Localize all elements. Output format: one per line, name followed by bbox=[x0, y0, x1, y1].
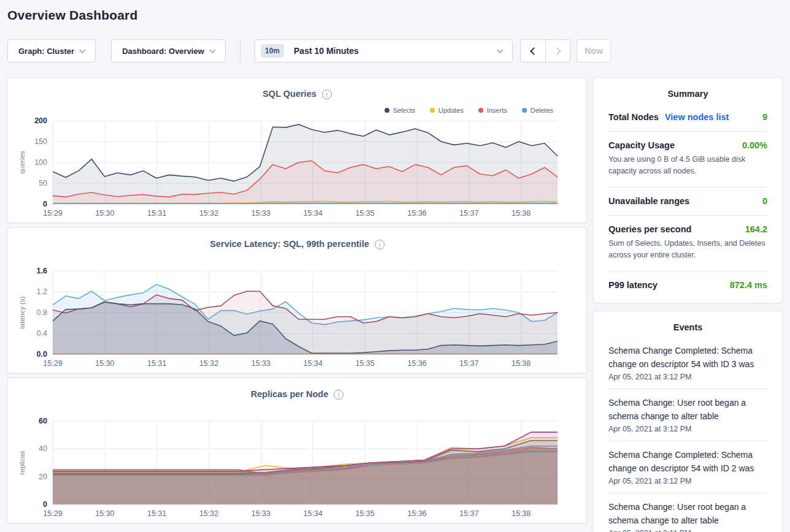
dashboard-dropdown[interactable]: Dashboard: Overview bbox=[111, 39, 226, 63]
svg-text:15:35: 15:35 bbox=[355, 209, 374, 218]
svg-text:15:36: 15:36 bbox=[407, 209, 426, 218]
event-item: Schema Change: User root began a schema … bbox=[608, 493, 767, 532]
chart-legend: Selects Updates Inserts Deletes bbox=[385, 107, 553, 114]
svg-text:0: 0 bbox=[43, 200, 47, 208]
svg-text:15:33: 15:33 bbox=[251, 359, 270, 368]
event-message: Schema Change: User root began a schema … bbox=[608, 500, 767, 527]
legend-item-selects[interactable]: Selects bbox=[385, 107, 415, 114]
time-range-label: Past 10 Minutes bbox=[294, 46, 498, 56]
svg-text:latency (s): latency (s) bbox=[18, 296, 26, 329]
chevron-down-icon bbox=[80, 47, 86, 53]
legend-item-inserts[interactable]: Inserts bbox=[478, 107, 507, 114]
time-nav-group bbox=[520, 39, 570, 63]
view-nodes-list-link[interactable]: View nodes list bbox=[665, 112, 729, 122]
dashboard-dropdown-label: Dashboard: Overview bbox=[122, 47, 204, 56]
stat-row: P99 latency 872.4 ms bbox=[608, 280, 767, 290]
svg-text:20: 20 bbox=[39, 473, 47, 481]
chart-title: SQL Queries bbox=[263, 89, 316, 99]
time-forward-button[interactable] bbox=[545, 40, 570, 62]
svg-text:15:29: 15:29 bbox=[43, 209, 62, 218]
stat-label: Unavailable ranges bbox=[608, 196, 689, 206]
replicas-per-node-chart[interactable]: 020406015:2915:3015:3115:3215:3315:3415:… bbox=[11, 416, 583, 520]
legend-item-updates[interactable]: Updates bbox=[430, 107, 464, 114]
svg-text:15:38: 15:38 bbox=[512, 359, 531, 368]
info-icon[interactable]: i bbox=[375, 240, 385, 249]
svg-text:15:34: 15:34 bbox=[304, 359, 323, 368]
graph-dropdown-label: Graph: Cluster bbox=[18, 47, 74, 56]
svg-text:1.2: 1.2 bbox=[37, 287, 47, 296]
chart-title-row: SQL Queriesi bbox=[8, 88, 586, 99]
stat-value: 164.2 bbox=[745, 224, 767, 234]
queries-per-second-section: Queries per second 164.2 Sum of Selects,… bbox=[608, 216, 767, 272]
svg-text:15:37: 15:37 bbox=[459, 359, 478, 368]
legend-label: Selects bbox=[393, 107, 415, 114]
stat-row: Unavailable ranges 0 bbox=[608, 196, 767, 206]
svg-text:0: 0 bbox=[43, 500, 47, 509]
legend-label: Deletes bbox=[531, 107, 553, 114]
svg-text:40: 40 bbox=[39, 444, 47, 453]
svg-text:15:31: 15:31 bbox=[147, 509, 166, 518]
legend-item-deletes[interactable]: Deletes bbox=[522, 107, 553, 114]
svg-text:15:32: 15:32 bbox=[199, 209, 218, 218]
legend-label: Updates bbox=[439, 107, 464, 114]
svg-text:200: 200 bbox=[34, 116, 47, 125]
info-icon[interactable]: i bbox=[334, 390, 343, 400]
service-latency-panel: Service Latency: SQL, 99th percentilei 0… bbox=[7, 227, 587, 373]
stat-label: P99 latency bbox=[608, 280, 658, 290]
stat-description: Sum of Selects, Updates, Inserts, and De… bbox=[608, 238, 767, 262]
svg-text:15:37: 15:37 bbox=[459, 509, 478, 518]
total-nodes-section: Total Nodes View nodes list 9 bbox=[608, 104, 767, 132]
event-timestamp: Apr 05, 2021 at 3:11 PM bbox=[608, 529, 767, 532]
svg-text:15:34: 15:34 bbox=[304, 509, 323, 518]
event-item: Schema Change Completed: Schema change o… bbox=[608, 441, 767, 493]
sql-queries-chart[interactable]: 05010015020015:2915:3015:3115:3215:3315:… bbox=[11, 116, 583, 220]
time-back-button[interactable] bbox=[521, 40, 545, 62]
legend-dot bbox=[430, 108, 435, 113]
svg-text:15:31: 15:31 bbox=[147, 209, 166, 218]
svg-text:15:33: 15:33 bbox=[251, 509, 270, 518]
chevron-left-icon bbox=[530, 47, 538, 55]
svg-text:15:30: 15:30 bbox=[95, 209, 114, 218]
events-panel: Events Schema Change Completed: Schema c… bbox=[593, 311, 783, 532]
stat-label: Capacity Usage bbox=[608, 140, 675, 150]
chart-title-row: Service Latency: SQL, 99th percentilei bbox=[8, 238, 586, 249]
svg-text:1.6: 1.6 bbox=[37, 267, 47, 275]
main-content: SQL Queriesi Selects Updates Inserts Del… bbox=[0, 77, 790, 532]
svg-text:15:35: 15:35 bbox=[355, 359, 374, 368]
event-message: Schema Change: User root began a schema … bbox=[608, 396, 767, 423]
charts-column: SQL Queriesi Selects Updates Inserts Del… bbox=[7, 77, 587, 528]
svg-text:0.0: 0.0 bbox=[37, 350, 47, 359]
toolbar: Graph: Cluster Dashboard: Overview 10m P… bbox=[0, 39, 790, 63]
time-range-badge: 10m bbox=[261, 44, 284, 58]
chart-title: Replicas per Node bbox=[251, 389, 329, 399]
svg-text:15:32: 15:32 bbox=[199, 509, 218, 518]
svg-text:0.8: 0.8 bbox=[37, 308, 47, 317]
svg-text:replicas: replicas bbox=[18, 450, 26, 475]
graph-dropdown[interactable]: Graph: Cluster bbox=[7, 39, 96, 63]
page-header: Overview Dashboard bbox=[0, 0, 790, 23]
legend-dot bbox=[478, 108, 483, 113]
events-title: Events bbox=[608, 322, 767, 332]
stat-label: Queries per second bbox=[608, 224, 691, 234]
event-message: Schema Change Completed: Schema change o… bbox=[608, 448, 767, 475]
svg-text:15:29: 15:29 bbox=[43, 509, 62, 518]
stat-row: Capacity Usage 0.00% bbox=[608, 140, 767, 150]
service-latency-chart[interactable]: 0.00.40.81.21.615:2915:3015:3115:3215:33… bbox=[11, 266, 583, 370]
svg-text:15:36: 15:36 bbox=[407, 509, 426, 518]
svg-text:15:35: 15:35 bbox=[355, 509, 374, 518]
info-icon[interactable]: i bbox=[322, 89, 332, 99]
event-timestamp: Apr 05, 2021 at 3:12 PM bbox=[608, 373, 767, 381]
svg-text:15:37: 15:37 bbox=[459, 209, 478, 218]
time-range-selector[interactable]: 10m Past 10 Minutes bbox=[255, 39, 513, 63]
chevron-down-icon bbox=[209, 47, 215, 53]
chart-title-row: Replicas per Nodei bbox=[8, 389, 586, 400]
svg-text:15:30: 15:30 bbox=[95, 509, 114, 518]
now-button[interactable]: Now bbox=[577, 39, 611, 63]
sidebar: Summary Total Nodes View nodes list 9 Ca… bbox=[593, 77, 783, 532]
svg-text:100: 100 bbox=[34, 158, 47, 167]
capacity-usage-section: Capacity Usage 0.00% You are using 0 B o… bbox=[608, 132, 767, 188]
page-title: Overview Dashboard bbox=[7, 8, 783, 23]
stat-value: 9 bbox=[762, 112, 767, 122]
legend-dot bbox=[522, 108, 527, 113]
svg-text:15:38: 15:38 bbox=[512, 209, 531, 218]
